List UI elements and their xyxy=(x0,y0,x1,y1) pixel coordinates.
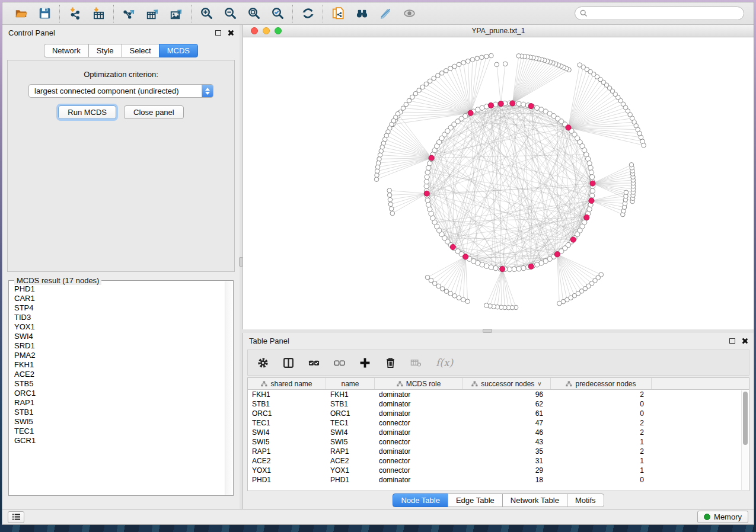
cell-mcds_role[interactable]: connector xyxy=(375,438,463,446)
float-panel-icon[interactable] xyxy=(729,338,735,344)
mcds-result-scrollbar[interactable] xyxy=(225,281,232,495)
table-row[interactable]: ORC1ORC1dominator610 xyxy=(248,409,749,418)
zoom-selected-button[interactable] xyxy=(270,7,285,21)
splitter-grip[interactable] xyxy=(483,329,492,333)
mcds-result-item[interactable]: ACE2 xyxy=(14,370,224,379)
cell-predecessor_nodes[interactable]: 0 xyxy=(551,400,652,408)
export-image-button[interactable] xyxy=(169,7,183,21)
close-panel-icon[interactable] xyxy=(227,30,234,36)
open-file-button[interactable] xyxy=(14,7,28,21)
tab-style[interactable]: Style xyxy=(88,44,122,57)
run-mcds-button[interactable]: Run MCDS xyxy=(58,105,116,119)
cell-successor_nodes[interactable]: 46 xyxy=(463,428,551,437)
cell-shared_name[interactable]: STB1 xyxy=(248,400,326,408)
cell-mcds_role[interactable]: dominator xyxy=(375,400,463,408)
cell-shared_name[interactable]: FKH1 xyxy=(248,390,326,399)
horizontal-splitter[interactable] xyxy=(243,329,754,333)
mcds-result-item[interactable]: RAP1 xyxy=(14,398,224,408)
tab-motifs[interactable]: Motifs xyxy=(567,493,604,507)
cell-predecessor_nodes[interactable]: 0 xyxy=(551,476,652,484)
cell-name[interactable]: PHD1 xyxy=(326,476,375,484)
mcds-result-item[interactable]: GCR1 xyxy=(14,436,224,446)
import-network-button[interactable] xyxy=(68,7,82,21)
cell-name[interactable]: YOX1 xyxy=(326,466,375,475)
mcds-result-item[interactable]: YOX1 xyxy=(14,322,224,332)
cell-predecessor_nodes[interactable]: 1 xyxy=(551,466,652,475)
table-row[interactable]: TEC1TEC1connector472 xyxy=(248,418,749,428)
cell-predecessor_nodes[interactable]: 2 xyxy=(551,447,652,456)
table-row[interactable]: STB1STB1dominator620 xyxy=(248,399,749,409)
select-stepper[interactable] xyxy=(202,85,213,97)
refresh-layout-button[interactable] xyxy=(301,7,315,21)
cell-mcds_role[interactable]: connector xyxy=(375,466,463,475)
cell-predecessor_nodes[interactable]: 2 xyxy=(551,390,652,399)
table-scrollbar[interactable] xyxy=(741,390,748,490)
cell-successor_nodes[interactable]: 18 xyxy=(463,476,551,484)
table-settings-button[interactable] xyxy=(257,355,269,370)
mcds-result-item[interactable]: SWI5 xyxy=(14,417,224,427)
column-header-successor_nodes[interactable]: successor nodes∨ xyxy=(463,378,551,389)
task-history-button[interactable] xyxy=(8,511,24,523)
tab-node-table[interactable]: Node Table xyxy=(393,493,448,507)
export-table-button[interactable] xyxy=(145,7,160,21)
close-panel-icon[interactable] xyxy=(741,338,748,344)
table-row[interactable]: RAP1RAP1dominator352 xyxy=(248,447,749,456)
table-row[interactable]: FKH1FKH1dominator962 xyxy=(248,390,749,399)
cell-mcds_role[interactable]: connector xyxy=(375,419,463,427)
cell-predecessor_nodes[interactable]: 1 xyxy=(551,438,652,446)
column-header-shared_name[interactable]: shared name xyxy=(248,378,326,389)
cell-mcds_role[interactable]: dominator xyxy=(375,409,463,418)
clone-network-button[interactable] xyxy=(331,7,345,21)
mcds-result-item[interactable]: CAR1 xyxy=(14,294,224,303)
cell-shared_name[interactable]: ACE2 xyxy=(248,457,326,465)
mcds-result-item[interactable]: STP4 xyxy=(14,303,224,313)
search-field[interactable] xyxy=(575,7,744,20)
mcds-result-item[interactable]: TEC1 xyxy=(14,427,224,436)
cell-mcds_role[interactable]: dominator xyxy=(375,428,463,437)
table-row[interactable]: YOX1YOX1connector291 xyxy=(248,466,749,475)
cell-predecessor_nodes[interactable]: 1 xyxy=(551,457,652,465)
column-header-predecessor_nodes[interactable]: predecessor nodes xyxy=(551,378,652,389)
function-builder-button[interactable]: f(x) xyxy=(436,355,453,370)
cell-name[interactable]: STB1 xyxy=(326,400,375,408)
split-panel-button[interactable] xyxy=(283,355,294,370)
import-table-button[interactable] xyxy=(91,7,106,21)
hide-selected-button[interactable] xyxy=(378,7,393,21)
export-network-button[interactable] xyxy=(122,7,136,21)
mcds-result-item[interactable]: STB1 xyxy=(14,408,224,417)
table-row[interactable]: SWI4SWI4dominator462 xyxy=(248,428,749,437)
mcds-result-list[interactable]: PHD1CAR1STP4TID3YOX1SWI4SRD1PMA2FKH1ACE2… xyxy=(14,284,224,493)
delete-column-button[interactable] xyxy=(385,355,396,370)
cell-name[interactable]: RAP1 xyxy=(326,447,375,456)
delete-table-button[interactable] xyxy=(410,355,422,370)
zoom-fit-button[interactable] xyxy=(247,7,261,21)
cell-shared_name[interactable]: YOX1 xyxy=(248,466,326,475)
cell-name[interactable]: FKH1 xyxy=(326,390,375,399)
cell-shared_name[interactable]: PHD1 xyxy=(248,476,326,484)
mcds-result-item[interactable]: ORC1 xyxy=(14,389,224,398)
cell-mcds_role[interactable]: dominator xyxy=(375,476,463,484)
column-header-name[interactable]: name xyxy=(326,378,375,389)
save-session-button[interactable] xyxy=(37,7,52,21)
tab-network[interactable]: Network xyxy=(44,44,89,57)
deselect-all-button[interactable] xyxy=(334,355,345,370)
tab-select[interactable]: Select xyxy=(122,44,160,57)
table-row[interactable]: ACE2ACE2connector311 xyxy=(248,456,749,466)
close-panel-button[interactable]: Close panel xyxy=(124,105,184,119)
cell-successor_nodes[interactable]: 29 xyxy=(463,466,551,475)
mcds-result-item[interactable]: SRD1 xyxy=(14,341,224,351)
cell-successor_nodes[interactable]: 35 xyxy=(463,447,551,456)
cell-shared_name[interactable]: RAP1 xyxy=(248,447,326,456)
tab-mcds[interactable]: MCDS xyxy=(159,44,198,57)
select-all-button[interactable] xyxy=(308,355,320,370)
cell-predecessor_nodes[interactable]: 0 xyxy=(551,409,652,418)
cell-shared_name[interactable]: TEC1 xyxy=(248,419,326,427)
table-row[interactable]: SWI5SWI5connector431 xyxy=(248,437,749,447)
float-panel-icon[interactable] xyxy=(215,30,221,36)
network-titlebar[interactable]: YPA_prune.txt_1 xyxy=(243,25,754,37)
cell-mcds_role[interactable]: dominator xyxy=(375,390,463,399)
tab-edge-table[interactable]: Edge Table xyxy=(448,493,503,507)
cell-successor_nodes[interactable]: 31 xyxy=(463,457,551,465)
add-column-button[interactable] xyxy=(359,355,371,370)
cell-successor_nodes[interactable]: 96 xyxy=(463,390,551,399)
